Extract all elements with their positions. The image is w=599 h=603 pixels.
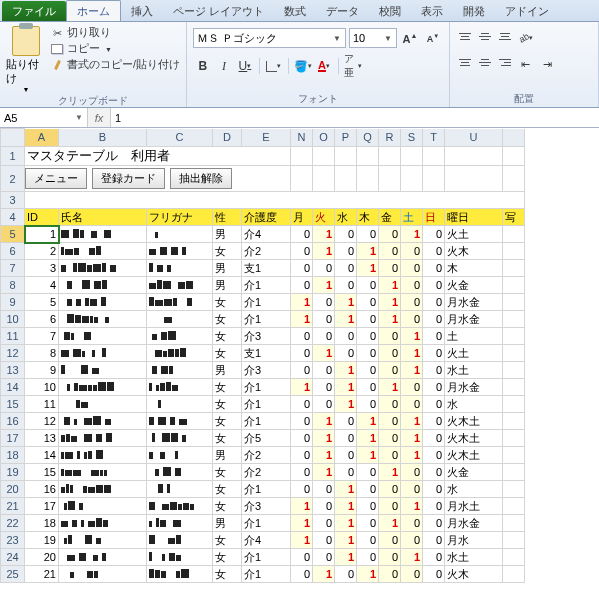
row-header[interactable]: 24 <box>1 549 25 566</box>
cut-button[interactable]: ✂切り取り <box>50 26 180 40</box>
col-header-A[interactable]: A <box>25 129 59 147</box>
register-card-button[interactable]: 登録カード <box>92 168 165 189</box>
row-header[interactable]: 12 <box>1 345 25 362</box>
format-painter-button[interactable]: 書式のコピー/貼り付け <box>50 58 180 72</box>
menu-button[interactable]: メニュー <box>25 168 87 189</box>
col-header-P[interactable]: P <box>335 129 357 147</box>
table-row[interactable]: 2521女介10101000火木 <box>1 566 525 583</box>
tab-5[interactable]: 校閲 <box>369 1 411 21</box>
col-header-D[interactable]: D <box>213 129 242 147</box>
align-bottom-button[interactable] <box>496 28 514 44</box>
row-header[interactable]: 7 <box>1 260 25 277</box>
align-left-button[interactable] <box>456 54 474 70</box>
tab-file[interactable]: ファイル <box>2 1 66 21</box>
row-header[interactable]: 13 <box>1 362 25 379</box>
table-row[interactable]: 95女介11010100月水金 <box>1 294 525 311</box>
table-row[interactable]: 1410女介11010100月水金 <box>1 379 525 396</box>
tab-1[interactable]: 挿入 <box>121 1 163 21</box>
tab-2[interactable]: ページ レイアウト <box>163 1 274 21</box>
row-header[interactable]: 23 <box>1 532 25 549</box>
col-header-Q[interactable]: Q <box>357 129 379 147</box>
font-name-combo[interactable]: ＭＳ Ｐゴシック▼ <box>193 28 346 48</box>
align-center-button[interactable] <box>476 54 494 70</box>
row-header[interactable]: 16 <box>1 413 25 430</box>
formula-input[interactable]: 1 <box>110 108 599 127</box>
table-row[interactable]: 1814男介20101010火木土 <box>1 447 525 464</box>
row-header[interactable]: 22 <box>1 515 25 532</box>
table-row[interactable]: 1713女介50101010火木土 <box>1 430 525 447</box>
row-header[interactable]: 11 <box>1 328 25 345</box>
row-header[interactable]: 17 <box>1 430 25 447</box>
table-row[interactable]: 51男介40100010火土 <box>1 226 525 243</box>
shrink-font-button[interactable]: A▼ <box>423 28 443 48</box>
col-header-E[interactable]: E <box>242 129 291 147</box>
row-header[interactable]: 2 <box>1 166 25 192</box>
indent-dec-button[interactable]: ⇤ <box>516 54 536 74</box>
col-header-B[interactable]: B <box>59 129 147 147</box>
table-row[interactable]: 2117女介31010010月水土 <box>1 498 525 515</box>
table-row[interactable]: 128女支10100010火土 <box>1 345 525 362</box>
font-size-combo[interactable]: 10▼ <box>349 28 397 48</box>
table-row[interactable]: 117女介30000010土 <box>1 328 525 345</box>
row-header[interactable]: 6 <box>1 243 25 260</box>
row-header[interactable]: 10 <box>1 311 25 328</box>
table-row[interactable]: 84男介10100100火金 <box>1 277 525 294</box>
italic-button[interactable]: I <box>214 56 234 76</box>
row-header[interactable]: 3 <box>1 192 25 209</box>
grow-font-button[interactable]: A▲ <box>400 28 420 48</box>
align-middle-button[interactable] <box>476 28 494 44</box>
table-row[interactable]: 2016女介10010000水 <box>1 481 525 498</box>
row-header[interactable]: 5 <box>1 226 25 243</box>
row-header[interactable]: 8 <box>1 277 25 294</box>
fill-color-button[interactable]: 🪣▾ <box>293 56 313 76</box>
col-header-C[interactable]: C <box>147 129 213 147</box>
clear-filter-button[interactable]: 抽出解除 <box>170 168 232 189</box>
table-row[interactable]: 73男支10001000木 <box>1 260 525 277</box>
tab-8[interactable]: アドイン <box>495 1 559 21</box>
table-row[interactable]: 1612女介10101010火木土 <box>1 413 525 430</box>
row-header[interactable]: 14 <box>1 379 25 396</box>
name-box[interactable]: A5▼ <box>0 108 88 127</box>
copy-button[interactable]: コピー▼ <box>50 42 180 56</box>
table-row[interactable]: 62女介20101000火木 <box>1 243 525 260</box>
font-color-button[interactable]: A▾ <box>314 56 334 76</box>
phonetic-button[interactable]: ア亜▾ <box>343 56 363 76</box>
fx-icon[interactable]: fx <box>88 112 110 124</box>
row-header[interactable]: 21 <box>1 498 25 515</box>
align-top-button[interactable] <box>456 28 474 44</box>
row-header[interactable]: 9 <box>1 294 25 311</box>
indent-inc-button[interactable]: ⇥ <box>538 54 558 74</box>
tab-4[interactable]: データ <box>316 1 369 21</box>
col-header-N[interactable]: N <box>291 129 313 147</box>
border-button[interactable]: ▾ <box>264 56 284 76</box>
col-header-O[interactable]: O <box>313 129 335 147</box>
row-header[interactable]: 1 <box>1 147 25 166</box>
tab-6[interactable]: 表示 <box>411 1 453 21</box>
table-row[interactable]: 106女介11010100月水金 <box>1 311 525 328</box>
row-header[interactable]: 4 <box>1 209 25 226</box>
table-row[interactable]: 139男介30010010水土 <box>1 362 525 379</box>
table-row[interactable]: 1915女介20100100火金 <box>1 464 525 481</box>
row-header[interactable]: 19 <box>1 464 25 481</box>
worksheet-grid[interactable]: ABCDENOPQRSTU 1 マスタテーブル 利用者 2 メニュー 登録カード… <box>0 128 599 583</box>
row-header[interactable]: 20 <box>1 481 25 498</box>
tab-3[interactable]: 数式 <box>274 1 316 21</box>
col-header-T[interactable]: T <box>423 129 445 147</box>
col-header-R[interactable]: R <box>379 129 401 147</box>
table-row[interactable]: 2319女介41010000月水 <box>1 532 525 549</box>
paste-button[interactable]: 貼り付け ▼ <box>6 24 46 93</box>
col-header-U[interactable]: U <box>445 129 503 147</box>
orientation-button[interactable]: ab▾ <box>516 28 536 48</box>
table-row[interactable]: 1511女介10010000水 <box>1 396 525 413</box>
tab-0[interactable]: ホーム <box>66 0 121 21</box>
underline-button[interactable]: U▾ <box>235 56 255 76</box>
col-header-S[interactable]: S <box>401 129 423 147</box>
tab-7[interactable]: 開発 <box>453 1 495 21</box>
row-header[interactable]: 25 <box>1 566 25 583</box>
table-row[interactable]: 2218男介11010100月水金 <box>1 515 525 532</box>
table-row[interactable]: 2420女介10010010水土 <box>1 549 525 566</box>
select-all-corner[interactable] <box>1 129 25 147</box>
row-header[interactable]: 15 <box>1 396 25 413</box>
align-right-button[interactable] <box>496 54 514 70</box>
bold-button[interactable]: B <box>193 56 213 76</box>
